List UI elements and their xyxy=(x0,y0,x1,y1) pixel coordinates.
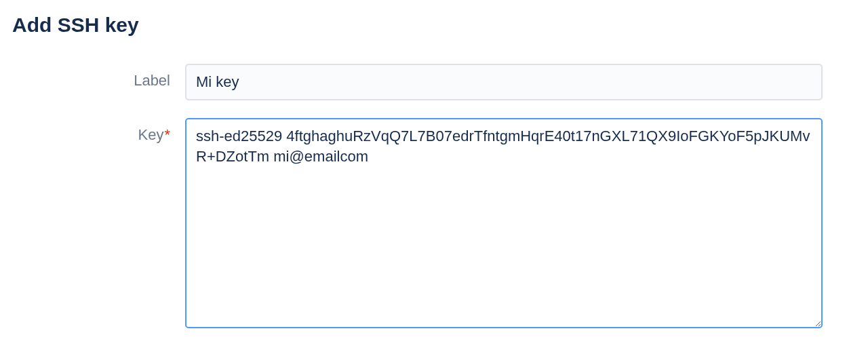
key-label-text: Key xyxy=(138,126,164,143)
label-row: Label xyxy=(12,64,856,100)
key-field-label: Key* xyxy=(12,118,185,144)
label-input[interactable] xyxy=(185,64,823,100)
key-row: Key* ssh-ed25529 4ftghaghuRzVqQ7L7B07edr… xyxy=(12,118,856,328)
page-title: Add SSH key xyxy=(12,14,856,37)
label-field-label: Label xyxy=(12,64,185,90)
key-textarea[interactable]: ssh-ed25529 4ftghaghuRzVqQ7L7B07edrTfntg… xyxy=(185,118,823,328)
required-asterisk: * xyxy=(164,126,170,143)
label-text: Label xyxy=(134,72,170,89)
